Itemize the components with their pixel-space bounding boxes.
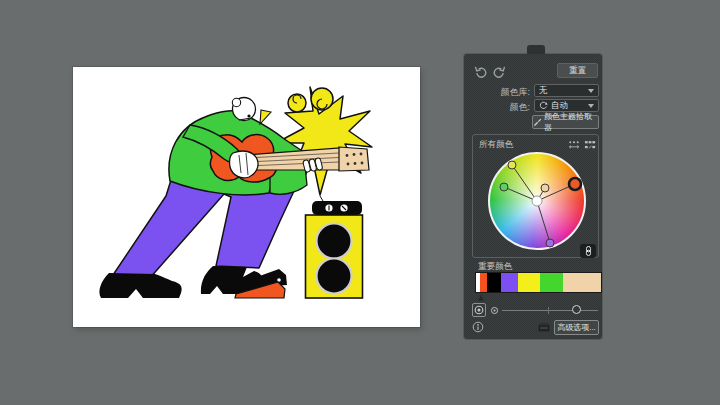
redo-button[interactable]: [492, 65, 506, 79]
artboard: [73, 67, 420, 327]
strap-right: [260, 110, 271, 124]
bar-view-toggle[interactable]: [584, 140, 597, 150]
wheel-handle-beige[interactable]: [541, 184, 549, 192]
speaker-top-bar: [312, 201, 362, 215]
bar-view-icon: [584, 140, 597, 150]
reset-button[interactable]: 重置: [557, 63, 598, 78]
speaker: [306, 196, 363, 298]
artwork-canvas: [73, 67, 420, 327]
bullseye-small-icon: [490, 306, 499, 315]
info-button[interactable]: [472, 321, 484, 333]
wheel-handle-orange[interactable]: [569, 178, 581, 190]
prominent-color-swatch[interactable]: [563, 273, 601, 292]
color-count-toggle-large[interactable]: [472, 303, 486, 317]
bar-marker-icon: [477, 293, 485, 299]
wheel-view-toggle[interactable]: [568, 140, 581, 150]
color-theme-picker-button[interactable]: 颜色主题拾取器: [532, 115, 599, 129]
wheel-handle-base[interactable]: [532, 196, 542, 206]
chevron-down-icon: [588, 89, 594, 93]
color-count-toggle-small[interactable]: [490, 306, 499, 315]
info-icon: [472, 321, 484, 333]
color-library-label: 颜色库:: [464, 86, 530, 99]
strumming-hand: [229, 151, 258, 178]
fret-hand: [303, 158, 323, 173]
eye: [247, 114, 250, 117]
shoe-left: [99, 273, 181, 298]
bullseye-icon: [474, 305, 484, 315]
head: [232, 98, 255, 121]
color-wheel-handles: [490, 154, 584, 248]
all-colors-group: 所有颜色: [472, 134, 599, 258]
speaker-cone-bottom: [317, 259, 352, 294]
wheel-view-icon: [568, 140, 581, 150]
prominent-color-swatch[interactable]: [518, 273, 540, 292]
wheel-handle-purple[interactable]: [546, 239, 554, 247]
prominent-color-swatch[interactable]: [480, 273, 487, 292]
wheel-handle-green[interactable]: [500, 183, 508, 191]
colors-label: 颜色:: [464, 101, 530, 114]
speaker-cone-top: [317, 224, 352, 259]
chevron-down-icon: [588, 104, 594, 108]
save-to-library-icon[interactable]: [538, 323, 550, 332]
color-library-dropdown[interactable]: 无: [534, 84, 599, 97]
advanced-options-button[interactable]: 高级选项...: [554, 320, 599, 335]
link-icon: [584, 245, 593, 257]
auto-refresh-icon: [539, 101, 548, 110]
eyedropper-icon: [533, 118, 542, 127]
link-harmony-button[interactable]: [580, 244, 596, 258]
slider-center-tick: [548, 307, 549, 314]
prominent-color-swatch[interactable]: [487, 273, 501, 292]
prominent-color-swatch[interactable]: [501, 273, 518, 292]
color-wheel[interactable]: [488, 152, 586, 250]
recolor-artwork-panel: 重置 颜色库: 无 颜色: 自动 颜色主题拾取器 所有颜色: [463, 53, 603, 340]
prominent-colors-label: 重要颜色: [478, 261, 512, 273]
panel-grabber[interactable]: [527, 45, 545, 54]
prominence-slider-track[interactable]: [502, 310, 598, 311]
undo-button[interactable]: [474, 65, 488, 79]
colors-value: 自动: [551, 100, 568, 111]
harmony-line: [537, 201, 550, 243]
guitar-headstock: [339, 147, 369, 171]
color-theme-picker-label: 颜色主题拾取器: [544, 111, 598, 133]
undo-icon: [474, 65, 488, 79]
color-library-value: 无: [539, 85, 548, 96]
prominent-color-swatch[interactable]: [540, 273, 563, 292]
ear: [232, 98, 240, 106]
wheel-handle-yellow[interactable]: [508, 161, 516, 169]
prominence-slider-knob[interactable]: [572, 305, 581, 314]
redo-icon: [492, 65, 506, 79]
all-colors-label: 所有颜色: [479, 139, 513, 151]
prominent-colors-bar[interactable]: [476, 273, 601, 292]
